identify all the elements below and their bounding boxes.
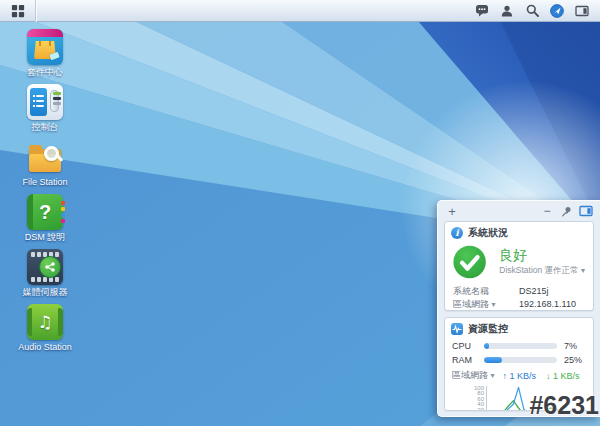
cpu-row: CPU 7%	[445, 339, 593, 353]
desktop-icon-label: File Station	[12, 177, 78, 188]
taskbar	[0, 0, 600, 22]
taskbar-tray	[474, 3, 600, 19]
health-detail-dropdown[interactable]: DiskStation 運作正常 ▾	[499, 265, 585, 277]
desktop-icon-dsm-help[interactable]: ? DSM 說明	[12, 194, 78, 244]
download-speed: ↓ 1 KB/s	[546, 371, 580, 381]
app-grid-icon	[11, 4, 25, 18]
notifications-icon[interactable]	[474, 3, 490, 19]
desktop-icon-audio-station[interactable]: ♫ Audio Station	[12, 304, 78, 354]
control-panel-icon	[27, 84, 63, 120]
health-status: 良好	[499, 247, 585, 263]
desktop-icon-media-server[interactable]: 媒體伺服器	[12, 249, 78, 299]
collapse-panel-button[interactable]: −	[540, 205, 554, 218]
desktop-icon-label: DSM 說明	[12, 232, 78, 243]
audio-station-icon: ♫	[27, 304, 63, 340]
chevron-down-icon: ▾	[491, 371, 495, 380]
pilot-icon[interactable]	[549, 3, 565, 19]
cpu-progress-bar	[484, 343, 557, 349]
info-icon: i	[451, 227, 463, 239]
network-dropdown[interactable]: 區域網路 ▾	[452, 369, 495, 382]
pin-panel-icon[interactable]	[561, 206, 572, 217]
system-name-row: 系統名稱 DS215j	[445, 285, 593, 298]
resource-monitor-icon	[451, 323, 463, 335]
desktop-icon-label: Audio Station	[12, 342, 78, 353]
network-row: 區域網路 ▾ ↑ 1 KB/s ↓ 1 KB/s	[445, 367, 593, 383]
desktop-icon-label: 套件中心	[12, 67, 78, 78]
resource-monitor-title: 資源監控	[468, 322, 508, 336]
system-health-title: 系統狀況	[468, 226, 508, 240]
lan-row: 區域網路 ▾ 192.168.1.110	[445, 298, 593, 311]
desktop-icon-label: 控制台	[12, 122, 78, 133]
desktop-icon-package-center[interactable]: 套件中心	[12, 29, 78, 79]
upload-speed: ↑ 1 KB/s	[503, 371, 537, 381]
widgets-panel-active-icon[interactable]	[579, 205, 593, 217]
widget-panel: + −	[437, 200, 600, 417]
chart-y-axis: 100806040200	[471, 386, 486, 411]
ram-progress-bar	[484, 357, 557, 363]
search-icon[interactable]	[524, 3, 540, 19]
main-menu-button[interactable]	[0, 0, 36, 22]
widget-panel-header: + −	[438, 201, 600, 221]
dsm-desktop: 套件中心 控制台 File Station	[0, 0, 600, 426]
chevron-down-icon: ▾	[492, 300, 496, 309]
system-health-widget: i 系統狀況 良好 DiskStation 運作正常	[444, 221, 594, 311]
upload-arrow-icon: ↑	[503, 371, 508, 381]
package-center-icon	[27, 29, 63, 65]
desktop-icon-label: 媒體伺服器	[12, 287, 78, 298]
chevron-down-icon: ▾	[581, 266, 585, 275]
health-check-icon	[453, 243, 486, 281]
ram-row: RAM 25%	[445, 353, 593, 367]
dsm-help-icon: ?	[27, 194, 63, 230]
download-arrow-icon: ↓	[546, 371, 551, 381]
add-widget-button[interactable]: +	[445, 205, 459, 218]
user-options-icon[interactable]	[499, 3, 515, 19]
desktop-icon-list: 套件中心 控制台 File Station	[12, 29, 78, 359]
desktop-icon-file-station[interactable]: File Station	[12, 139, 78, 189]
widgets-panel-icon[interactable]	[574, 3, 590, 19]
desktop-icon-control-panel[interactable]: 控制台	[12, 84, 78, 134]
file-station-icon	[27, 139, 63, 175]
media-server-icon	[27, 249, 63, 285]
watermark-text: #6231	[529, 391, 599, 420]
lan-dropdown[interactable]: 區域網路 ▾	[453, 299, 519, 310]
